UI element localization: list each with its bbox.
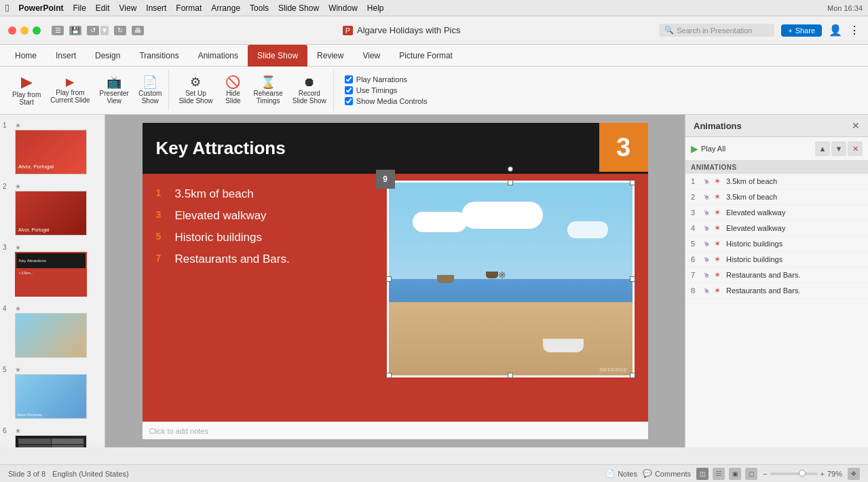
close-button[interactable] [8,26,16,35]
play-from-start-button[interactable]: ▶ Play fromStart [8,71,45,109]
menubar-window[interactable]: Window [328,3,358,13]
menubar-edit[interactable]: Edit [96,3,110,13]
slide-img-4[interactable] [15,313,87,358]
slide-img-6[interactable]: Alvar Temperature [15,435,87,447]
menubar-view[interactable]: View [119,3,137,13]
fullscreen-button[interactable] [33,26,41,35]
menubar-slideshow[interactable]: Slide Show [278,3,319,13]
slide-thumb-3[interactable]: 3 ★ Key Attractions • 3.5km... [3,240,102,297]
anim-remove-button[interactable]: ✕ [848,141,863,156]
menubar-insert[interactable]: Insert [146,3,166,13]
play-narrations-checkbox[interactable]: Play Narrations [345,75,428,84]
anim-item-7[interactable]: 7 🖰 ✶ Restaurants and Bars. [685,267,868,283]
show-media-checkbox[interactable]: Show Media Controls [345,97,428,105]
rehearse-icon: ⌛ [261,76,276,88]
ribbon-checkboxes: Play Narrations Use Timings Show Media C… [339,73,433,108]
slide-star-3: ★ [15,240,87,251]
search-bar[interactable]: 🔍 Search in Presentation [659,24,774,37]
show-media-input[interactable] [345,97,353,105]
normal-view-icon[interactable]: ◫ [696,468,709,480]
play-all-button[interactable]: ▶ Play All [691,143,725,154]
anim-item-6[interactable]: 6 🖰 ✶ Historic buildings [685,252,868,267]
menubar-format[interactable]: Format [176,3,202,13]
custom-show-button[interactable]: 📄 CustomShow [134,71,166,109]
print-icon[interactable]: 🖶 [132,26,144,35]
tab-design[interactable]: Design [86,45,130,67]
rehearse-timings-button[interactable]: ⌛ RehearseTimings [249,71,286,109]
anim-item-1[interactable]: 1 🖰 ✶ 3.5km of beach [685,174,868,189]
sidebar-toggle-icon[interactable]: ☰ [52,26,64,35]
slide-thumb-1[interactable]: 1 ★ Alvor, Portugal [3,117,102,174]
play-narrations-input[interactable] [345,75,353,84]
animations-close-button[interactable]: ✕ [852,120,860,131]
slide-img-1[interactable]: Alvor, Portugal [15,130,87,174]
save-icon[interactable]: 💾 [69,26,81,35]
tab-animations[interactable]: Animations [189,45,248,67]
more-icon[interactable]: ⋮ [849,24,860,37]
reading-view-icon[interactable]: ▣ [729,468,741,480]
zoom-plus-icon[interactable]: + [820,470,825,478]
notes-bar[interactable]: Click to add notes [143,422,648,439]
bullet-num-3: 5 [156,231,170,242]
share-button[interactable]: + Share [781,24,822,37]
slide-img-5[interactable]: Alvor Pictures [15,374,87,419]
slide-image[interactable]: ※ 08/10/2018 [387,181,635,377]
notes-button[interactable]: 📄 Notes [605,469,637,478]
use-timings-checkbox[interactable]: Use Timings [345,86,428,94]
slide-canvas[interactable]: Key Attractions 3 1 3.5km of beach 3 Ele… [143,123,648,422]
zoom-thumb[interactable] [799,470,806,477]
anim-item-8[interactable]: 8 🖰 ✶ Restaurants and Bars. [685,283,868,299]
anim-item-4[interactable]: 4 🖰 ✶ Elevated walkway [685,221,868,236]
animations-panel: Animations ✕ ▶ Play All ▲ ▼ ✕ ANIMATIONS… [685,115,868,447]
anim-move-down-button[interactable]: ▼ [831,141,846,156]
presenter-view-icon[interactable]: ▢ [745,468,757,480]
anim-item-2[interactable]: 2 🖰 ✶ 3.5km of beach [685,189,868,205]
slide-thumb-5[interactable]: 5 ★ Alvor Pictures [3,362,102,419]
use-timings-label: Use Timings [356,86,398,94]
use-timings-input[interactable] [345,86,353,94]
tab-slideshow[interactable]: Slide Show [248,45,307,67]
slide-thumb-6[interactable]: 6 ★ Alvar Temperature [3,423,102,447]
search-placeholder: Search in Presentation [677,26,752,35]
menubar-powerpoint[interactable]: PowerPoint [18,3,63,13]
account-icon[interactable]: 👤 [829,24,842,37]
anim-move-up-button[interactable]: ▲ [815,141,830,156]
undo-icon[interactable]: ↺ [87,26,99,35]
statusbar-right: 📄 Notes 💬 Comments ◫ ☷ ▣ ▢ − + 79% ✥ [605,468,860,480]
zoom-slider[interactable] [770,472,818,475]
play-from-current-button[interactable]: ▶ Play fromCurrent Slide [46,71,94,109]
tab-transitions[interactable]: Transitions [130,45,188,67]
menubar-arrange[interactable]: Arrange [211,3,240,13]
anim-effect-6: ✶ [714,255,723,264]
slide-thumb-2[interactable]: 2 ★ Alvor, Portugal [3,179,102,236]
slide-thumb-4[interactable]: 4 ★ [3,301,102,358]
slide-img-2[interactable]: Alvor, Portugal [15,191,87,236]
menubar-file[interactable]: File [73,3,86,13]
hide-slide-button[interactable]: 🚫 HideSlide [218,71,248,109]
apple-menu[interactable]:  [5,2,9,14]
tab-picture-format[interactable]: Picture Format [390,45,462,67]
menubar-help[interactable]: Help [367,3,384,13]
tab-insert[interactable]: Insert [46,45,86,67]
anim-trigger-1: 🖰 [703,178,711,185]
setup-slideshow-button[interactable]: ⚙ Set UpSlide Show [174,71,216,109]
anim-name-3: Elevated walkway [726,208,863,217]
redo-icon[interactable]: ▼ [100,26,109,35]
minimize-button[interactable] [20,26,29,35]
tab-review[interactable]: Review [307,45,353,67]
menubar-tools[interactable]: Tools [250,3,269,13]
comments-button[interactable]: 💬 Comments [643,469,691,478]
presenter-view-button[interactable]: 📺 PresenterView [96,71,133,109]
anim-item-3[interactable]: 3 🖰 ✶ Elevated walkway [685,205,868,221]
zoom-minus-icon[interactable]: − [763,470,767,478]
tab-view[interactable]: View [353,45,390,67]
record-slideshow-button[interactable]: ⏺ RecordSlide Show [288,71,331,109]
fit-slide-icon[interactable]: ✥ [848,468,860,480]
tab-home[interactable]: Home [5,45,46,67]
slide-img-3[interactable]: Key Attractions • 3.5km... [15,252,87,297]
anim-item-5[interactable]: 5 🖰 ✶ Historic buildings [685,236,868,252]
rehearse-label: RehearseTimings [253,90,282,105]
redo-btn[interactable]: ↻ [114,26,126,35]
share-icon: + [788,26,792,35]
slide-sorter-icon[interactable]: ☷ [713,468,725,480]
